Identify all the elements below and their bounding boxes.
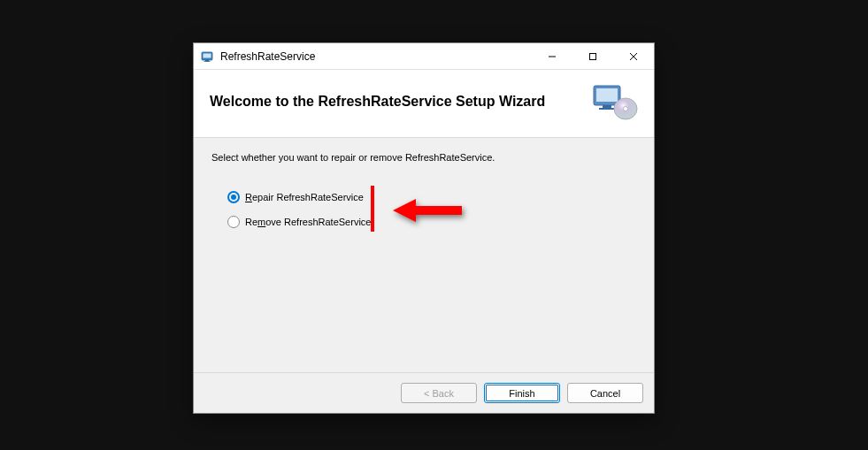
annotation-divider	[371, 186, 374, 232]
installer-icon	[592, 82, 638, 121]
svg-rect-1	[204, 53, 211, 57]
wizard-header: Welcome to the RefreshRateService Setup …	[194, 70, 654, 138]
back-button: < Back	[401, 383, 477, 403]
svg-rect-2	[205, 60, 209, 61]
wizard-footer: < Back Finish Cancel	[194, 372, 654, 413]
svg-rect-9	[596, 88, 618, 102]
radio-icon	[227, 191, 240, 203]
app-icon	[201, 50, 215, 64]
svg-rect-10	[603, 105, 611, 108]
window-title: RefreshRateService	[220, 50, 532, 63]
arrow-icon	[393, 197, 462, 227]
svg-rect-3	[204, 61, 211, 62]
svg-rect-5	[590, 53, 596, 59]
svg-rect-11	[599, 108, 615, 110]
finish-button[interactable]: Finish	[484, 383, 560, 403]
wizard-title: Welcome to the RefreshRateService Setup …	[210, 94, 581, 110]
titlebar: RefreshRateService	[194, 43, 654, 70]
window-controls	[532, 43, 654, 69]
repair-label: Repair RefreshRateService	[245, 192, 364, 202]
svg-marker-15	[393, 199, 462, 222]
close-button[interactable]	[613, 43, 654, 69]
radio-icon	[227, 216, 240, 228]
cancel-button[interactable]: Cancel	[567, 383, 643, 403]
setup-wizard-window: RefreshRateService Welcome to the Refres…	[193, 42, 655, 414]
remove-label: Remove RefreshRateService	[245, 217, 371, 227]
minimize-button[interactable]	[532, 43, 572, 69]
maximize-button[interactable]	[572, 43, 613, 69]
instruction-text: Select whether you want to repair or rem…	[211, 152, 636, 163]
svg-point-14	[624, 107, 628, 111]
wizard-body: Select whether you want to repair or rem…	[194, 138, 654, 372]
